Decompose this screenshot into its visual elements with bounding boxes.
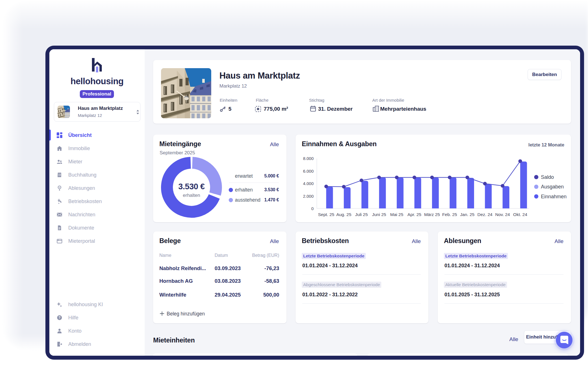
svg-text:Dez. 24: Dez. 24 <box>477 212 493 217</box>
svg-text:Nov. 24: Nov. 24 <box>495 212 510 217</box>
svg-text:Apr. 25: Apr. 25 <box>408 212 421 217</box>
svg-text:8.000: 8.000 <box>303 156 314 161</box>
svg-text:2.000: 2.000 <box>303 194 314 199</box>
svg-text:März 25: März 25 <box>424 212 440 217</box>
svg-text:Sept. 25: Sept. 25 <box>318 212 334 217</box>
svg-text:0: 0 <box>311 206 314 211</box>
svg-text:Mai 25: Mai 25 <box>390 212 404 217</box>
svg-text:Einnahmen: Einnahmen <box>541 194 567 199</box>
svg-text:Feb. 25: Feb. 25 <box>442 212 457 217</box>
svg-text:6.000: 6.000 <box>303 169 314 173</box>
svg-text:Jan. 25: Jan. 25 <box>460 212 475 217</box>
svg-text:Saldo: Saldo <box>541 174 554 180</box>
svg-text:Aug. 25: Aug. 25 <box>336 212 351 217</box>
svg-text:Juli 25: Juli 25 <box>355 212 368 217</box>
svg-text:?: ? <box>58 316 60 320</box>
svg-text:Ausgaben: Ausgaben <box>541 184 564 190</box>
svg-text:Juni 25: Juni 25 <box>372 212 386 217</box>
svg-text:Okt. 24: Okt. 24 <box>513 212 527 217</box>
svg-text:4.000: 4.000 <box>303 181 314 186</box>
